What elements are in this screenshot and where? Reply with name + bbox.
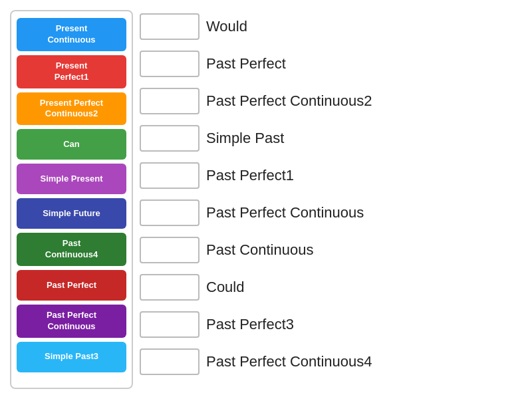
btn-can[interactable]: Can: [17, 129, 126, 160]
match-label-past-perfect-continuous: Past Perfect Continuous: [206, 204, 364, 221]
match-row-past-perfect-r: Past Perfect: [140, 47, 522, 80]
match-box-past-perfect-continuous4[interactable]: [140, 348, 200, 375]
match-row-past-perfect-continuous4: Past Perfect Continuous4: [140, 345, 522, 378]
btn-past-continuous4[interactable]: Past Continuous4: [17, 233, 126, 266]
match-label-could: Could: [206, 279, 244, 296]
match-label-past-perfect-continuous4: Past Perfect Continuous4: [206, 353, 372, 370]
match-label-would: Would: [206, 18, 247, 35]
btn-simple-future[interactable]: Simple Future: [17, 198, 126, 229]
match-label-past-perfect-r: Past Perfect: [206, 55, 286, 72]
match-box-past-continuous[interactable]: [140, 237, 200, 263]
match-box-could[interactable]: [140, 274, 200, 301]
match-label-past-perfect-continuous2: Past Perfect Continuous2: [206, 92, 372, 110]
btn-present-perfect1[interactable]: Present Perfect1: [17, 55, 126, 88]
left-column: Present ContinuousPresent Perfect1Presen…: [10, 10, 133, 389]
match-box-past-perfect-continuous[interactable]: [140, 200, 200, 226]
btn-past-perfect[interactable]: Past Perfect: [17, 270, 126, 301]
match-row-would: Would: [140, 10, 522, 43]
match-row-simple-past: Simple Past: [140, 122, 522, 155]
btn-simple-present[interactable]: Simple Present: [17, 164, 126, 194]
right-column: WouldPast PerfectPast Perfect Continuous…: [140, 10, 522, 389]
match-box-would[interactable]: [140, 13, 200, 40]
match-label-simple-past: Simple Past: [206, 130, 284, 147]
btn-simple-past3[interactable]: Simple Past3: [17, 342, 126, 372]
match-box-past-perfect3[interactable]: [140, 311, 200, 338]
match-row-past-continuous: Past Continuous: [140, 233, 522, 267]
btn-present-continuous[interactable]: Present Continuous: [17, 18, 126, 51]
match-label-past-perfect1: Past Perfect1: [206, 167, 294, 184]
match-row-past-perfect-continuous2: Past Perfect Continuous2: [140, 84, 522, 118]
match-row-past-perfect1: Past Perfect1: [140, 159, 522, 192]
btn-past-perfect-continuous[interactable]: Past Perfect Continuous: [17, 305, 126, 338]
match-row-past-perfect3: Past Perfect3: [140, 308, 522, 341]
match-label-past-continuous: Past Continuous: [206, 241, 313, 259]
match-row-past-perfect-continuous: Past Perfect Continuous: [140, 196, 522, 229]
match-row-could: Could: [140, 271, 522, 304]
main-container: Present ContinuousPresent Perfect1Presen…: [0, 0, 532, 399]
match-box-simple-past[interactable]: [140, 125, 200, 152]
match-box-past-perfect1[interactable]: [140, 162, 200, 189]
match-box-past-perfect-continuous2[interactable]: [140, 88, 200, 114]
match-box-past-perfect-r[interactable]: [140, 51, 200, 77]
match-label-past-perfect3: Past Perfect3: [206, 316, 294, 333]
btn-present-perfect-continuous2[interactable]: Present Perfect Continuous2: [17, 92, 126, 126]
